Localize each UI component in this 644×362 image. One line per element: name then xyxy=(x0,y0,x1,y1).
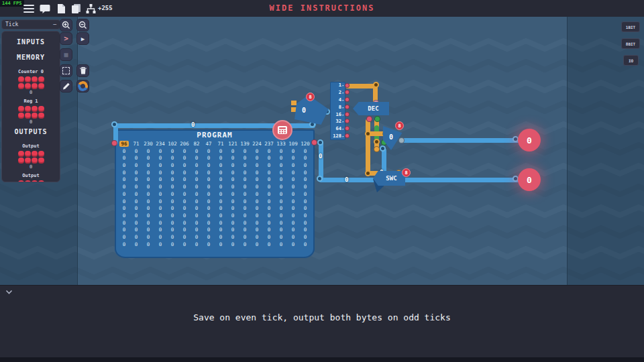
category-1bit-button[interactable]: 1BIT xyxy=(621,21,640,32)
color-wheel-button[interactable] xyxy=(76,80,89,93)
program-cell: 0 xyxy=(154,162,166,170)
bit-dot xyxy=(18,83,24,89)
tick-panel-header[interactable]: Tick – xyxy=(1,19,60,29)
zoom-out-button[interactable] xyxy=(76,19,89,32)
program-cell: 0 xyxy=(191,170,203,177)
program-cell: 0 xyxy=(263,234,275,241)
program-cell: 0 xyxy=(263,184,275,191)
program-cell: 0 xyxy=(263,191,275,198)
section-heading: MEMORY xyxy=(2,54,60,61)
delete-button[interactable] xyxy=(76,64,89,77)
program-cell: 71 xyxy=(130,141,142,148)
program-cell: 0 xyxy=(251,205,263,213)
component-value: 0 xyxy=(302,107,306,114)
program-cell: 0 xyxy=(191,213,203,220)
category-io-button[interactable]: IO xyxy=(623,55,639,66)
program-cell: 0 xyxy=(154,148,166,156)
wire-joint xyxy=(365,131,371,137)
program-cell: 0 xyxy=(275,191,287,198)
wire-dec-left[interactable] xyxy=(366,119,370,175)
program-cell: 0 xyxy=(118,198,130,206)
program-cell: 0 xyxy=(287,205,299,213)
wire-output-top[interactable] xyxy=(401,138,522,143)
program-cell: 0 xyxy=(215,148,227,156)
program-cell: 0 xyxy=(191,162,203,170)
program-cell: 0 xyxy=(118,213,130,220)
program-cell: 0 xyxy=(166,191,178,198)
program-cell: 0 xyxy=(263,155,275,162)
bit-dot xyxy=(32,180,38,183)
program-edit-button[interactable] xyxy=(272,120,292,140)
edit-button[interactable] xyxy=(60,80,72,93)
stop-button[interactable]: ■ xyxy=(60,48,72,61)
minimize-button[interactable]: – xyxy=(53,21,56,27)
program-cell: 0 xyxy=(227,205,239,213)
program-cell: 0 xyxy=(130,191,142,198)
byte-splitter[interactable]: 1▸2▸4▸8▸16▸32▸64▸128▸ xyxy=(330,82,345,140)
program-cell: 0 xyxy=(299,148,311,156)
wire-value: 0 xyxy=(345,176,348,183)
level-output-top[interactable]: 0 xyxy=(518,129,541,152)
program-cell: 0 xyxy=(227,220,239,227)
calculator-icon xyxy=(277,125,288,135)
program-cell: 0 xyxy=(142,176,154,184)
component-value: 0 xyxy=(389,133,393,141)
program-cell: 0 xyxy=(275,148,287,156)
program-cell: 0 xyxy=(118,234,130,241)
register-display: Reg 10 xyxy=(2,99,60,125)
dec-pin xyxy=(366,116,372,122)
program-cell: 0 xyxy=(227,155,239,162)
program-cell: 0 xyxy=(251,148,263,156)
splitter-bit-label: 128 xyxy=(333,133,341,139)
program-cell: 0 xyxy=(251,220,263,227)
level-output-bottom[interactable]: 0 xyxy=(518,168,541,191)
program-table[interactable]: PROGRAM 96712302341022068247711211392242… xyxy=(115,129,315,258)
program-cell: 0 xyxy=(178,227,191,234)
program-cell: 0 xyxy=(130,227,142,234)
play-button[interactable]: ▶ xyxy=(76,32,89,45)
circuit-canvas[interactable]: PROGRAM 96712302341022068247711211392242… xyxy=(0,17,644,285)
program-cell: 0 xyxy=(299,241,311,249)
step-button[interactable]: > xyxy=(60,32,72,45)
maker-pin xyxy=(374,146,380,152)
program-cell: 0 xyxy=(227,184,239,191)
splitter-bit-label: 2 xyxy=(339,90,341,95)
program-cell: 0 xyxy=(275,176,287,184)
program-cell: 0 xyxy=(299,234,311,241)
program-cell: 0 xyxy=(287,220,299,227)
swc-component[interactable]: SWC xyxy=(373,171,405,186)
program-cell: 0 xyxy=(251,241,263,249)
splitter-bit-label: 1 xyxy=(339,82,341,88)
program-cell: 0 xyxy=(142,148,154,156)
program-cell: 0 xyxy=(118,191,130,198)
splitter-bit-label: 32 xyxy=(336,119,341,124)
program-cell: 0 xyxy=(239,227,251,234)
tick-panel-title: Tick xyxy=(5,21,18,27)
program-cell: 0 xyxy=(154,234,166,241)
program-cell: 0 xyxy=(299,227,311,234)
bit-dot xyxy=(25,151,31,157)
bit-width-badge: 8 xyxy=(395,121,404,130)
program-cell: 0 xyxy=(215,162,227,170)
program-cell: 0 xyxy=(299,184,311,191)
select-button[interactable] xyxy=(60,64,72,77)
program-cell: 0 xyxy=(215,184,227,191)
program-cell: 0 xyxy=(203,162,215,170)
program-cell: 0 xyxy=(227,191,239,198)
program-cell: 0 xyxy=(154,155,166,162)
dec-component[interactable]: DEC xyxy=(353,102,389,115)
program-cell: 0 xyxy=(227,241,239,249)
top-bar: 144 FPS +255 WIDE INSTRUCTIONS xyxy=(0,0,644,17)
zoom-in-button[interactable] xyxy=(60,19,72,32)
collapse-button[interactable] xyxy=(3,288,14,296)
program-cell: 0 xyxy=(299,220,311,227)
program-cell: 0 xyxy=(239,184,251,191)
category-8bit-button[interactable]: 8BIT xyxy=(621,38,640,49)
program-cell: 0 xyxy=(118,227,130,234)
tick-panel: INPUTSMEMORYCounter 00Reg 10OUTPUTSOutpu… xyxy=(1,31,60,182)
program-cell: 0 xyxy=(275,227,287,234)
program-cell: 0 xyxy=(215,155,227,162)
program-cell: 0 xyxy=(287,184,299,191)
program-cell: 139 xyxy=(239,141,251,148)
wire-bottom[interactable] xyxy=(319,178,521,182)
